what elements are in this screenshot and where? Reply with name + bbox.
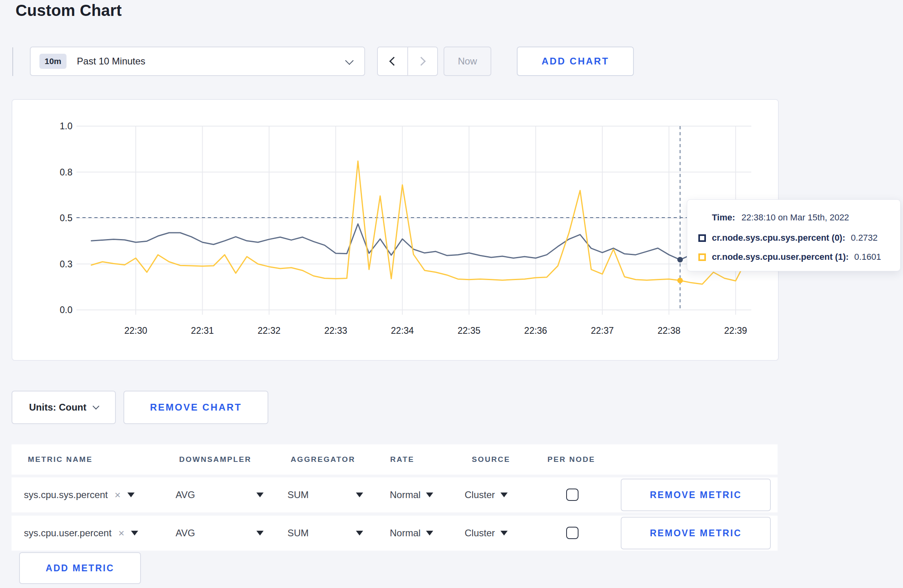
metrics-table-header: METRIC NAME DOWNSAMPLER AGGREGATOR RATE … bbox=[12, 444, 778, 475]
tooltip-series-name: cr.node.sys.cpu.sys.percent (0): bbox=[712, 233, 845, 243]
column-header-metric-name: METRIC NAME bbox=[28, 444, 93, 475]
downsampler-value: AVG bbox=[176, 528, 195, 539]
aggregator-value: SUM bbox=[287, 528, 309, 539]
svg-text:22:34: 22:34 bbox=[391, 325, 414, 336]
chevron-down-icon bbox=[345, 56, 354, 65]
downsampler-select[interactable]: AVG bbox=[176, 516, 264, 551]
rate-select[interactable]: Normal bbox=[390, 477, 433, 512]
table-row: sys.cpu.sys.percent × AVG SUM Normal Clu… bbox=[12, 477, 778, 512]
column-header-per-node: PER NODE bbox=[547, 444, 595, 475]
aggregator-select[interactable]: SUM bbox=[287, 516, 363, 551]
svg-text:22:30: 22:30 bbox=[124, 325, 147, 336]
svg-text:0.5: 0.5 bbox=[60, 213, 72, 223]
page-title: Custom Chart bbox=[16, 2, 122, 19]
tooltip-time-label: Time: bbox=[712, 212, 735, 222]
metric-name-select[interactable]: sys.cpu.user.percent × bbox=[24, 516, 138, 551]
svg-text:22:32: 22:32 bbox=[258, 325, 281, 336]
units-select[interactable]: Units: Count bbox=[12, 391, 116, 424]
dropdown-arrow-icon bbox=[127, 493, 135, 497]
rate-value: Normal bbox=[390, 489, 420, 500]
tooltip-series-row: cr.node.sys.cpu.user.percent (1): 0.1601 bbox=[698, 252, 881, 262]
dropdown-arrow-icon bbox=[356, 493, 363, 497]
column-header-source: SOURCE bbox=[472, 444, 510, 475]
remove-metric-button[interactable]: REMOVE METRIC bbox=[621, 517, 771, 549]
chart-tooltip: Time:22:38:10 on Mar 15th, 2022 cr.node.… bbox=[687, 199, 901, 271]
rate-select[interactable]: Normal bbox=[390, 516, 433, 551]
chart-svg[interactable]: 0.00.30.50.81.022:3022:3122:3222:3322:34… bbox=[12, 100, 778, 360]
per-node-checkbox[interactable] bbox=[566, 489, 579, 501]
tooltip-series-value: 0.2732 bbox=[851, 233, 878, 243]
remove-chart-button[interactable]: REMOVE CHART bbox=[123, 391, 268, 424]
clear-metric-icon[interactable]: × bbox=[118, 527, 124, 539]
tooltip-time: Time:22:38:10 on Mar 15th, 2022 bbox=[712, 212, 849, 223]
chevron-right-icon bbox=[417, 57, 426, 66]
dropdown-arrow-icon bbox=[256, 531, 264, 535]
now-button[interactable]: Now bbox=[444, 47, 491, 76]
source-value: Cluster bbox=[465, 489, 495, 500]
source-value: Cluster bbox=[465, 528, 495, 539]
add-chart-button[interactable]: ADD CHART bbox=[517, 47, 634, 76]
svg-text:1.0: 1.0 bbox=[60, 121, 72, 131]
tooltip-series-name: cr.node.sys.cpu.user.percent (1): bbox=[712, 252, 849, 262]
metric-name-value: sys.cpu.sys.percent bbox=[24, 489, 108, 500]
dropdown-arrow-icon bbox=[131, 531, 138, 535]
remove-metric-button[interactable]: REMOVE METRIC bbox=[621, 479, 771, 511]
svg-text:22:33: 22:33 bbox=[324, 325, 347, 336]
chevron-left-icon bbox=[389, 57, 398, 66]
dropdown-arrow-icon bbox=[426, 493, 433, 497]
svg-text:22:36: 22:36 bbox=[524, 325, 547, 336]
aggregator-select[interactable]: SUM bbox=[287, 477, 363, 512]
chevron-down-icon bbox=[92, 403, 99, 410]
svg-text:22:31: 22:31 bbox=[191, 325, 214, 336]
svg-text:22:38: 22:38 bbox=[657, 325, 680, 336]
time-range-select[interactable]: 10m Past 10 Minutes bbox=[30, 47, 365, 76]
downsampler-select[interactable]: AVG bbox=[176, 477, 264, 512]
svg-text:0.3: 0.3 bbox=[60, 259, 72, 269]
clear-metric-icon[interactable]: × bbox=[115, 489, 121, 501]
svg-text:22:37: 22:37 bbox=[591, 325, 614, 336]
metric-name-value: sys.cpu.user.percent bbox=[24, 528, 111, 539]
svg-text:22:39: 22:39 bbox=[724, 325, 747, 336]
rate-value: Normal bbox=[390, 528, 420, 539]
per-node-checkbox[interactable] bbox=[566, 527, 579, 539]
tooltip-series-value: 0.1601 bbox=[854, 252, 881, 262]
time-nav-buttons bbox=[377, 47, 438, 76]
custom-chart-page: Custom Chart 10m Past 10 Minutes Now ADD… bbox=[0, 0, 903, 588]
source-select[interactable]: Cluster bbox=[465, 516, 508, 551]
chart-card: 0.00.30.50.81.022:3022:3122:3222:3322:34… bbox=[12, 99, 779, 361]
metric-name-select[interactable]: sys.cpu.sys.percent × bbox=[24, 477, 135, 512]
units-label: Units: Count bbox=[29, 402, 86, 413]
svg-text:0.0: 0.0 bbox=[60, 305, 72, 315]
dropdown-arrow-icon bbox=[500, 531, 508, 535]
source-select[interactable]: Cluster bbox=[465, 477, 508, 512]
downsampler-value: AVG bbox=[176, 489, 195, 500]
dropdown-arrow-icon bbox=[256, 493, 264, 497]
next-range-button[interactable] bbox=[408, 47, 438, 75]
dropdown-arrow-icon bbox=[426, 531, 433, 535]
column-header-downsampler: DOWNSAMPLER bbox=[179, 444, 252, 475]
time-range-label: Past 10 Minutes bbox=[77, 56, 145, 67]
column-header-aggregator: AGGREGATOR bbox=[291, 444, 356, 475]
tooltip-series-row: cr.node.sys.cpu.sys.percent (0): 0.2732 bbox=[698, 233, 878, 243]
table-row: sys.cpu.user.percent × AVG SUM Normal Cl… bbox=[12, 516, 778, 551]
tooltip-time-value: 22:38:10 on Mar 15th, 2022 bbox=[741, 212, 849, 222]
svg-text:22:35: 22:35 bbox=[457, 325, 481, 336]
dropdown-arrow-icon bbox=[356, 531, 363, 535]
column-header-rate: RATE bbox=[390, 444, 414, 475]
previous-range-button[interactable] bbox=[378, 47, 407, 75]
controls-divider bbox=[12, 47, 13, 76]
series-swatch-icon bbox=[698, 234, 706, 242]
series-swatch-icon bbox=[698, 253, 706, 261]
svg-text:0.8: 0.8 bbox=[60, 167, 72, 177]
aggregator-value: SUM bbox=[287, 489, 309, 500]
add-metric-button[interactable]: ADD METRIC bbox=[19, 552, 141, 584]
dropdown-arrow-icon bbox=[500, 493, 508, 497]
time-range-badge: 10m bbox=[39, 54, 66, 69]
